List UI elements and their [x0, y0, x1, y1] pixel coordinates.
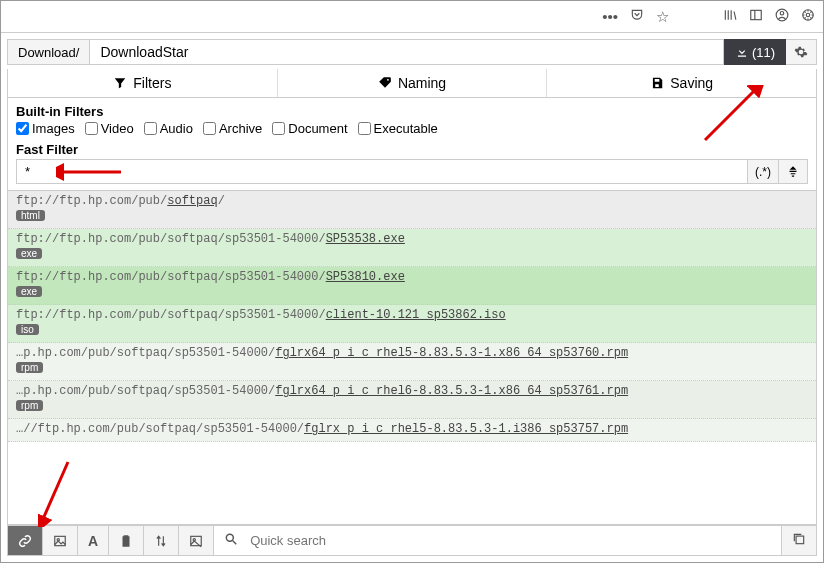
clipboard-button[interactable] [109, 526, 144, 555]
svg-rect-9 [191, 536, 202, 545]
footer-toolbar: A [7, 525, 817, 556]
header-row: Download/ DownloadStar (11) [7, 39, 817, 65]
pocket-icon[interactable] [630, 8, 644, 25]
builtin-filters-row: ImagesVideoAudioArchiveDocumentExecutabl… [16, 121, 808, 136]
images-view-button[interactable] [43, 526, 78, 555]
list-item[interactable]: …p.hp.com/pub/softpaq/sp53501-54000/fglr… [8, 381, 816, 419]
filetype-badge: html [16, 210, 45, 221]
filter-checkbox-archive[interactable]: Archive [203, 121, 262, 136]
links-view-button[interactable] [8, 526, 43, 555]
fast-filter-row: (.*) [16, 159, 808, 184]
filetype-badge: iso [16, 324, 39, 335]
text-view-button[interactable]: A [78, 526, 109, 555]
star-icon[interactable]: ☆ [656, 8, 669, 26]
filters-panel: Built-in Filters ImagesVideoAudioArchive… [7, 98, 817, 191]
filter-checkbox-audio[interactable]: Audio [144, 121, 193, 136]
tab-filters[interactable]: Filters [8, 69, 278, 97]
fast-filter-title: Fast Filter [16, 142, 808, 157]
list-item[interactable]: ftp://ftp.hp.com/pub/softpaq/sp53501-540… [8, 267, 816, 305]
builtin-filters-title: Built-in Filters [16, 104, 808, 119]
regex-button[interactable]: (.*) [748, 159, 779, 184]
dots-icon[interactable]: ••• [602, 8, 618, 25]
quick-search-input[interactable] [244, 527, 777, 554]
filter-checkbox-executable[interactable]: Executable [358, 121, 438, 136]
browser-toolbar: ••• ☆ [1, 1, 823, 33]
list-item[interactable]: …//ftp.hp.com/pub/softpaq/sp53501-54000/… [8, 419, 816, 442]
list-item[interactable]: ftp://ftp.hp.com/pub/softpaq/html [8, 191, 816, 229]
svg-point-5 [806, 13, 810, 17]
save-icon [650, 76, 664, 90]
svg-point-11 [226, 534, 233, 541]
search-area [214, 526, 781, 555]
filetype-badge: rpm [16, 400, 43, 411]
svg-line-12 [233, 541, 237, 545]
filetype-badge: rpm [16, 362, 43, 373]
app-panel: Download/ DownloadStar (11) Filters Nami… [1, 33, 823, 562]
svg-rect-13 [796, 536, 804, 544]
tab-naming[interactable]: Naming [278, 69, 548, 97]
filetype-badge: exe [16, 286, 42, 297]
svg-point-3 [780, 12, 784, 16]
tag-icon [378, 76, 392, 90]
filetype-badge: exe [16, 248, 42, 259]
sort-button[interactable] [144, 526, 179, 555]
extension-icon[interactable] [801, 8, 815, 25]
tab-saving[interactable]: Saving [547, 69, 816, 97]
copy-results-button[interactable] [781, 526, 816, 555]
svg-rect-0 [751, 10, 762, 19]
svg-rect-7 [55, 536, 66, 545]
fast-filter-input[interactable] [16, 159, 748, 184]
download-button[interactable]: (11) [724, 39, 786, 65]
filter-checkbox-document[interactable]: Document [272, 121, 347, 136]
list-item[interactable]: …p.hp.com/pub/softpaq/sp53501-54000/fglr… [8, 343, 816, 381]
list-item[interactable]: ftp://ftp.hp.com/pub/softpaq/sp53501-540… [8, 229, 816, 267]
account-icon[interactable] [775, 8, 789, 25]
settings-button[interactable] [786, 39, 817, 65]
funnel-icon [113, 76, 127, 90]
path-breadcrumb[interactable]: Download/ [7, 39, 90, 65]
thumbnail-button[interactable] [179, 526, 214, 555]
tabs: Filters Naming Saving [7, 69, 817, 98]
results-list[interactable]: ftp://ftp.hp.com/pub/softpaq/htmlftp://f… [7, 191, 817, 525]
filter-checkbox-video[interactable]: Video [85, 121, 134, 136]
clear-filter-button[interactable] [779, 159, 808, 184]
sidebar-icon[interactable] [749, 8, 763, 25]
page-title: DownloadStar [90, 39, 723, 65]
list-item[interactable]: ftp://ftp.hp.com/pub/softpaq/sp53501-540… [8, 305, 816, 343]
search-icon [218, 532, 244, 549]
library-icon[interactable] [723, 8, 737, 25]
filter-checkbox-images[interactable]: Images [16, 121, 75, 136]
